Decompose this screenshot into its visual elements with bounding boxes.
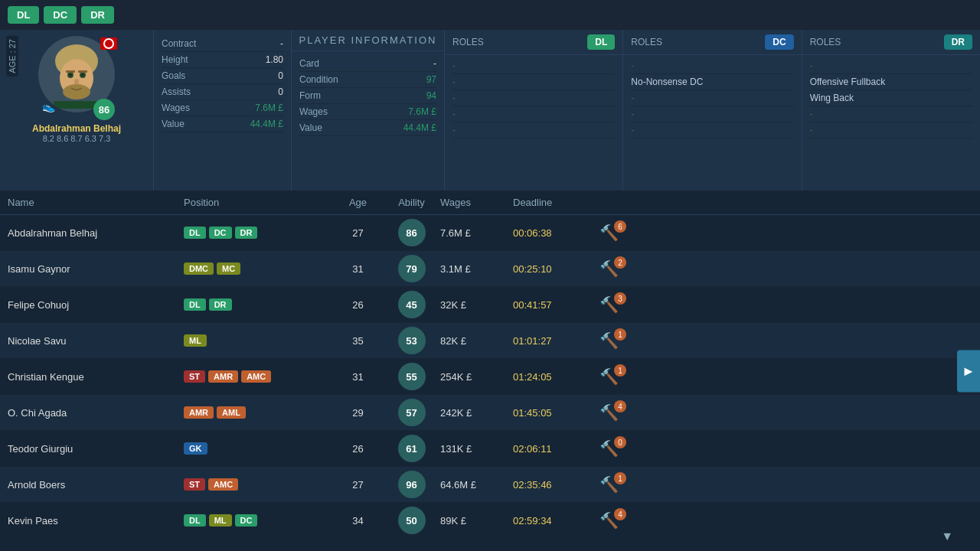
deadline-cell: 02:35:46	[513, 479, 590, 491]
player-table-section: Name Position Age Ability Wages Deadline…	[0, 191, 980, 551]
player-name-cell: Isamu Gaynor	[8, 263, 184, 275]
role-dl-item-5: -	[452, 122, 615, 139]
table-body: Abdalrahman BelhajDLDCDR27867.6M £00:06:…	[0, 215, 980, 539]
top-tabs-bar: DL DC DR	[0, 0, 980, 30]
role-dr-item-4: -	[810, 106, 972, 122]
svg-point-5	[81, 73, 84, 77]
position-badge: AMC	[241, 370, 271, 383]
hammer-action[interactable]: 🔨6	[590, 223, 628, 242]
player-name-cell: Felipe Cohuoj	[8, 299, 184, 311]
player-name-cell: Teodor Giurgiu	[8, 443, 184, 455]
hammer-count-badge: 0	[614, 436, 626, 448]
role-dl-item-4: -	[452, 106, 615, 122]
assists-label: Assists	[162, 86, 191, 97]
stat-goals: Goals 0	[162, 68, 283, 84]
deadline-cell: 01:01:27	[513, 335, 590, 347]
hammer-count-badge: 2	[614, 256, 626, 269]
hammer-action[interactable]: 🔨2	[590, 259, 628, 278]
hammer-action[interactable]: 🔨3	[590, 295, 628, 314]
hammer-action[interactable]: 🔨1	[590, 331, 628, 350]
hammer-count-badge: 4	[614, 508, 626, 520]
deadline-cell: 00:06:38	[513, 227, 590, 239]
position-badge: AMR	[184, 406, 214, 419]
position-badge: DL	[184, 298, 206, 311]
position-badge: DL	[184, 227, 206, 239]
roles-dl-section: ROLES DL - - - - -	[444, 30, 622, 191]
tab-dc[interactable]: DC	[44, 6, 77, 24]
position-badge: DL	[184, 514, 206, 527]
table-row[interactable]: Christian KengueSTAMRAMC3155254K £01:24:…	[0, 359, 980, 395]
roles-dc-badge[interactable]: DC	[765, 34, 793, 50]
hammer-count-badge: 1	[614, 472, 626, 484]
position-badge: AML	[217, 406, 246, 419]
wages-value-2: 7.6M £	[408, 106, 436, 117]
scroll-down-button[interactable]: ▼	[941, 530, 953, 543]
deadline-cell: 00:41:57	[513, 299, 590, 311]
roles-dl-badge[interactable]: DL	[587, 34, 615, 50]
position-badge: DR	[209, 298, 232, 311]
table-row[interactable]: Teodor GiurgiuGK2661131K £02:06:11🔨0	[0, 431, 980, 467]
next-page-button[interactable]: ►	[957, 350, 980, 392]
role-dr-item-3: Wing Back	[810, 90, 972, 106]
role-dr-item-5: -	[810, 122, 972, 139]
wages-label-2: Wages	[299, 106, 328, 117]
height-label: Height	[162, 54, 188, 65]
tab-dr[interactable]: DR	[81, 6, 114, 24]
table-row[interactable]: Isamu GaynorDMCMC31793.1M £00:25:10🔨2	[0, 251, 980, 287]
hammer-action[interactable]: 🔨1	[590, 475, 628, 494]
stat-wages: Wages 7.6M £	[162, 100, 283, 116]
rating-badge: 86	[93, 99, 115, 120]
age-cell: 27	[333, 479, 383, 491]
goals-label: Goals	[162, 70, 185, 81]
player-name-cell: Arnold Boers	[8, 479, 184, 491]
stat-contract: Contract -	[162, 36, 283, 52]
value-value: 44.4M £	[250, 119, 283, 129]
hammer-action[interactable]: 🔨0	[590, 439, 628, 458]
contract-label: Contract	[162, 38, 196, 49]
hammer-count-badge: 1	[614, 328, 626, 341]
roles-dl-items: - - - - -	[445, 55, 622, 142]
chevron-down-icon: ▼	[941, 530, 953, 543]
table-row[interactable]: Arnold BoersSTAMC279664.6M £02:35:46🔨1	[0, 467, 980, 503]
stat-form: Form 94	[299, 88, 436, 104]
table-row[interactable]: Kevin PaesDLMLDC345089K £02:59:34🔨4	[0, 503, 980, 539]
roles-dc-section: ROLES DC - No-Nonsense DC - - -	[622, 30, 801, 191]
ability-badge: 96	[398, 471, 426, 498]
hammer-action[interactable]: 🔨4	[590, 403, 628, 422]
position-badge: DR	[235, 227, 258, 239]
player-name-cell: Abdalrahman Belhaj	[8, 227, 184, 239]
deadline-cell: 02:59:34	[513, 515, 590, 527]
roles-dr-badge[interactable]: DR	[944, 34, 972, 50]
stat-condition: Condition 97	[299, 72, 436, 88]
role-dl-item-2: -	[452, 74, 615, 90]
wages-value: 7.6M £	[255, 103, 283, 113]
value-label-2: Value	[299, 122, 322, 133]
table-row[interactable]: Nicolae SavuML355382K £01:01:27🔨1	[0, 323, 980, 359]
ability-badge: 45	[398, 291, 426, 318]
hammer-count-badge: 3	[614, 292, 626, 305]
table-row[interactable]: O. Chi AgadaAMRAML2957242K £01:45:05🔨4	[0, 395, 980, 431]
ability-badge: 50	[398, 507, 426, 534]
hammer-action[interactable]: 🔨4	[590, 511, 628, 530]
stat-assists: Assists 0	[162, 84, 283, 100]
wages-cell: 242K £	[440, 407, 513, 419]
ability-badge: 55	[398, 363, 426, 390]
position-badge: ML	[209, 514, 232, 527]
svg-point-4	[69, 73, 72, 77]
age-cell: 35	[333, 335, 383, 347]
col-header-deadline: Deadline	[513, 197, 590, 208]
position-badge: ST	[184, 478, 205, 491]
hammer-action[interactable]: 🔨1	[590, 367, 628, 386]
table-row[interactable]: Felipe CohuojDLDR264532K £00:41:57🔨3	[0, 287, 980, 323]
card-stats: Card - Condition 97 Form 94 Wages 7.6M £…	[292, 51, 444, 141]
table-row[interactable]: Abdalrahman BelhajDLDCDR27867.6M £00:06:…	[0, 215, 980, 251]
col-header-ability: Ability	[383, 197, 440, 208]
wages-cell: 131K £	[440, 443, 513, 455]
assists-value: 0	[278, 86, 283, 97]
positions-cell: AMRAML	[184, 406, 333, 419]
age-cell: 27	[333, 227, 383, 239]
tab-dl[interactable]: DL	[8, 6, 39, 24]
hammer-count-badge: 4	[614, 400, 626, 412]
position-badge: AMC	[208, 478, 238, 491]
goals-value: 0	[278, 70, 283, 81]
